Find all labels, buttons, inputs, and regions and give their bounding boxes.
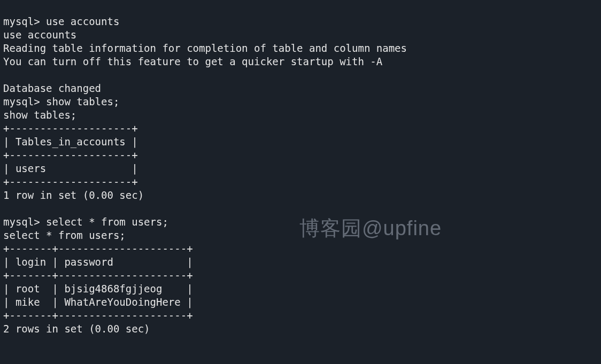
users-footer: 2 rows in set (0.00 sec) xyxy=(3,323,150,335)
blank-line xyxy=(3,69,9,81)
tables-border-top: +--------------------+ xyxy=(3,122,138,134)
cmd-select-users: select * from users; xyxy=(46,216,168,228)
users-border-bot: +-------+---------------------+ xyxy=(3,309,193,321)
mysql-prompt: mysql> xyxy=(3,216,40,228)
turnoff-hint: You can turn off this feature to get a q… xyxy=(3,56,382,67)
users-border-mid: +-------+---------------------+ xyxy=(3,269,193,281)
tables-border-mid: +--------------------+ xyxy=(3,149,138,161)
mysql-prompt: mysql> xyxy=(3,16,40,27)
tables-footer: 1 row in set (0.00 sec) xyxy=(3,189,144,201)
database-changed: Database changed xyxy=(3,82,101,94)
tables-border-bot: +--------------------+ xyxy=(3,176,138,188)
echo-show-tables: show tables; xyxy=(3,109,76,121)
cmd-use-accounts: use accounts xyxy=(46,16,119,27)
tables-row-users: | users | xyxy=(3,162,138,174)
users-row-mike: | mike | WhatAreYouDoingHere | xyxy=(3,296,193,308)
reading-table-info: Reading table information for completion… xyxy=(3,42,407,54)
tables-header: | Tables_in_accounts | xyxy=(3,136,138,148)
users-border-top: +-------+---------------------+ xyxy=(3,243,193,254)
users-header: | login | password | xyxy=(3,256,193,268)
blank-line xyxy=(3,203,9,214)
echo-use-accounts: use accounts xyxy=(3,29,76,41)
mysql-prompt: mysql> xyxy=(3,96,40,107)
echo-select-users: select * from users; xyxy=(3,229,126,241)
cmd-show-tables: show tables; xyxy=(46,96,119,107)
terminal-output[interactable]: mysql> use accounts use accounts Reading… xyxy=(0,0,601,337)
users-row-root: | root | bjsig4868fgjjeog | xyxy=(3,283,193,295)
